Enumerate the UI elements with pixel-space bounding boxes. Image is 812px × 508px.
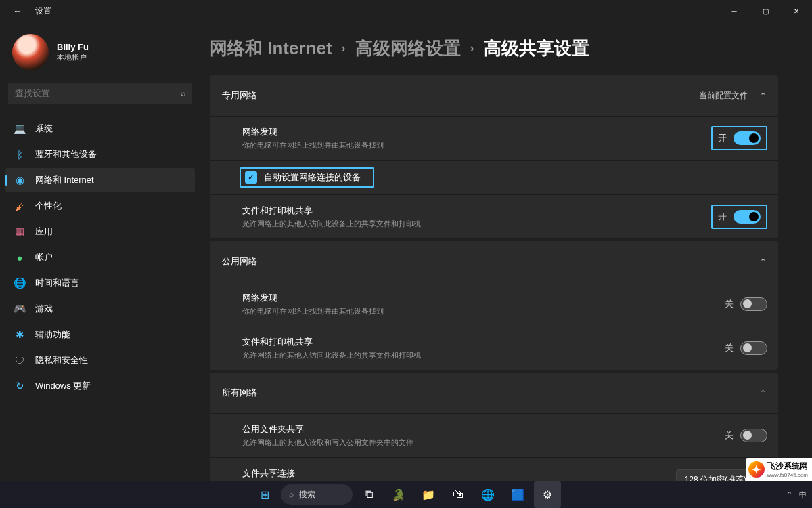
nav-label: 游戏	[35, 303, 53, 315]
sidebar-item-4[interactable]: ▦应用	[5, 219, 195, 244]
back-button[interactable]: ←	[9, 3, 26, 19]
sidebar-item-2[interactable]: ◉网络和 Internet	[5, 168, 195, 192]
breadcrumb-l2[interactable]: 高级网络设置	[355, 37, 461, 60]
nav-label: Windows 更新	[35, 380, 91, 392]
toggle-discovery-private[interactable]	[734, 131, 761, 145]
search-box[interactable]: ⌕	[8, 83, 192, 104]
taskbar-app[interactable]: 🟦	[504, 481, 531, 508]
breadcrumb-current: 高级共享设置	[484, 37, 589, 60]
close-button[interactable]: ✕	[781, 0, 812, 22]
search-icon: ⌕	[289, 490, 294, 499]
breadcrumb-l1[interactable]: 网络和 Internet	[210, 37, 332, 60]
row-auto-setup: ✓ 自动设置网络连接的设备	[210, 160, 778, 194]
search-input[interactable]	[15, 88, 181, 98]
maximize-button[interactable]: ▢	[750, 0, 781, 22]
main-content: 网络和 Internet › 高级网络设置 › 高级共享设置 专用网络 当前配置…	[200, 22, 812, 481]
start-button[interactable]: ⊞	[251, 481, 278, 508]
nav-icon: ᛒ	[14, 148, 26, 161]
watermark-logo-icon: ✦	[748, 461, 765, 478]
sidebar-item-8[interactable]: ✱辅助功能	[5, 322, 195, 347]
nav-icon: ↻	[14, 380, 26, 392]
breadcrumb: 网络和 Internet › 高级网络设置 › 高级共享设置	[210, 37, 778, 60]
panel-public-network: 公用网络 ⌃ 网络发现 你的电脑可在网络上找到并由其他设备找到 关 文件和打印机…	[210, 241, 778, 370]
nav-icon: ◉	[14, 174, 26, 186]
row-file-share-public: 文件和打印机共享 允许网络上的其他人访问此设备上的共享文件和打印机 关	[210, 326, 778, 370]
nav-icon: 🛡	[14, 354, 26, 366]
panel-private-network: 专用网络 当前配置文件 ⌃ 网络发现 你的电脑可在网络上找到并由其他设备找到 开…	[210, 75, 778, 238]
edge-icon[interactable]: 🌐	[474, 481, 501, 508]
watermark: ✦ 飞沙系统网 www.fs0745.com	[746, 458, 812, 481]
sidebar-item-5[interactable]: ●帐户	[5, 245, 195, 270]
user-block[interactable]: Billy Fu 本地帐户	[5, 27, 195, 83]
nav-label: 辅助功能	[35, 329, 70, 341]
settings-icon[interactable]: ⚙	[534, 481, 561, 508]
toggle-public-folder[interactable]	[740, 429, 767, 442]
sidebar-item-0[interactable]: 💻系统	[5, 117, 195, 141]
nav-icon: ▦	[14, 226, 26, 238]
nav-label: 蓝牙和其他设备	[35, 148, 97, 161]
checkbox-auto-setup[interactable]: ✓	[245, 171, 257, 184]
sidebar-item-6[interactable]: 🌐时间和语言	[5, 271, 195, 295]
window-title: 设置	[35, 5, 51, 17]
avatar	[12, 34, 49, 70]
ime-indicator[interactable]: 中	[799, 490, 807, 500]
minimize-button[interactable]: ─	[719, 0, 750, 22]
row-network-discovery-private: 网络发现 你的电脑可在网络上找到并由其他设备找到 开	[210, 116, 778, 160]
chevron-up-icon: ⌃	[760, 91, 766, 100]
chevron-up-icon: ⌃	[760, 389, 766, 398]
current-profile-tag: 当前配置文件	[699, 90, 748, 102]
panel-header-public[interactable]: 公用网络 ⌃	[210, 241, 778, 282]
taskbar: ⊞ ⌕ 搜索 ⧉ 🐊 📁 🛍 🌐 🟦 ⚙ ⌃ 中	[0, 481, 812, 508]
task-view-button[interactable]: ⧉	[355, 481, 382, 508]
nav-label: 隐私和安全性	[35, 354, 88, 366]
nav-icon: 🎮	[14, 303, 26, 315]
tray-chevron-icon[interactable]: ⌃	[786, 490, 792, 499]
chevron-right-icon: ›	[342, 41, 346, 56]
row-file-share-private: 文件和打印机共享 允许网络上的其他人访问此设备上的共享文件和打印机 开	[210, 194, 778, 238]
sidebar-item-10[interactable]: ↻Windows 更新	[5, 374, 195, 398]
nav-icon: ✱	[14, 329, 26, 341]
row-file-share-connection: 文件共享连接 对支持它的设备使用 128 位加密 128 位加密(推荐) ⌄	[210, 457, 778, 481]
nav-icon: 💻	[14, 123, 26, 135]
nav-label: 时间和语言	[35, 277, 79, 289]
taskbar-search[interactable]: ⌕ 搜索	[281, 484, 353, 505]
sidebar-item-9[interactable]: 🛡隐私和安全性	[5, 348, 195, 373]
toggle-share-private[interactable]	[734, 210, 761, 224]
panel-header-all[interactable]: 所有网络 ⌃	[210, 373, 778, 413]
panel-all-networks: 所有网络 ⌃ 公用文件夹共享 允许网络上的其他人读取和写入公用文件夹中的文件 关…	[210, 373, 778, 481]
nav-label: 应用	[35, 226, 53, 238]
taskbar-app[interactable]: 🐊	[385, 481, 412, 508]
nav-icon: ●	[14, 251, 26, 263]
toggle-share-public[interactable]	[740, 341, 767, 355]
nav-icon: 🌐	[14, 277, 26, 289]
user-type: 本地帐户	[57, 52, 89, 62]
nav-label: 网络和 Internet	[35, 174, 94, 186]
explorer-icon[interactable]: 📁	[415, 481, 442, 508]
row-public-folder-share: 公用文件夹共享 允许网络上的其他人读取和写入公用文件夹中的文件 关	[210, 413, 778, 457]
toggle-discovery-public[interactable]	[740, 297, 767, 311]
nav-label: 帐户	[35, 251, 53, 263]
search-icon: ⌕	[181, 89, 185, 98]
sidebar-item-1[interactable]: ᛒ蓝牙和其他设备	[5, 142, 195, 167]
sidebar: Billy Fu 本地帐户 ⌕ 💻系统ᛒ蓝牙和其他设备◉网络和 Internet…	[0, 22, 200, 481]
nav-label: 系统	[35, 123, 53, 135]
sidebar-item-7[interactable]: 🎮游戏	[5, 297, 195, 321]
nav-icon: 🖌	[14, 200, 26, 212]
chevron-right-icon: ›	[470, 41, 474, 56]
panel-header-private[interactable]: 专用网络 当前配置文件 ⌃	[210, 75, 778, 116]
row-network-discovery-public: 网络发现 你的电脑可在网络上找到并由其他设备找到 关	[210, 282, 778, 326]
chevron-up-icon: ⌃	[760, 257, 766, 266]
nav-label: 个性化	[35, 200, 62, 212]
user-name: Billy Fu	[57, 42, 89, 52]
store-icon[interactable]: 🛍	[445, 481, 472, 508]
sidebar-item-3[interactable]: 🖌个性化	[5, 194, 195, 218]
